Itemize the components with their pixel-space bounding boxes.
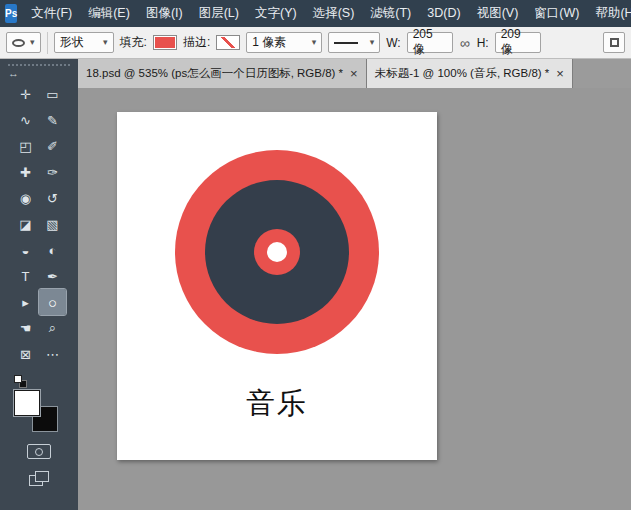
blur-tool[interactable]: ◒ xyxy=(12,237,39,263)
brush-tool[interactable]: ✑ xyxy=(39,159,66,185)
tool-options-bar: ▾ 形状 ▾ 填充: 描边: 1 像素 ▾ ▾ W: 205 像 ∞ H: 20… xyxy=(0,27,631,59)
solid-line-icon xyxy=(334,42,358,44)
eraser-tool[interactable]: ◪ xyxy=(12,211,39,237)
crop-tool[interactable]: ◰ xyxy=(12,133,39,159)
quick-selection-tool[interactable]: ✎ xyxy=(39,107,66,133)
close-icon[interactable]: × xyxy=(556,67,564,80)
rectangular-marquee-tool[interactable]: ▭ xyxy=(39,81,66,107)
width-label: W: xyxy=(386,36,400,50)
ellipse-tool[interactable]: ○ xyxy=(39,289,66,315)
quick-mask-button[interactable] xyxy=(27,444,51,459)
color-swatch-widget xyxy=(14,375,64,432)
music-icon-hub xyxy=(254,229,300,275)
music-icon-outer-circle xyxy=(175,150,379,354)
default-colors-icon[interactable] xyxy=(14,375,27,388)
tool-grid: ✛ ▭ ∿ ✎ ◰ ✐ ✚ ✑ ◉ ↺ ◪ ▧ ◒ ◐ T ✒ ▸ ○ ☚ ⌕ xyxy=(12,81,66,367)
menu-edit[interactable]: 编辑(E) xyxy=(80,0,138,27)
mini-foreground-swatch xyxy=(14,375,22,383)
shape-height-value: 209 像 xyxy=(501,27,535,58)
collapse-panel-icon[interactable]: ↔ xyxy=(8,67,19,81)
chevron-down-icon: ▾ xyxy=(370,38,375,47)
stroke-label: 描边: xyxy=(183,34,210,51)
menu-type[interactable]: 文字(Y) xyxy=(247,0,305,27)
stroke-width-value: 1 像素 xyxy=(252,34,286,51)
chevron-down-icon: ▾ xyxy=(30,38,35,47)
path-operations-button[interactable] xyxy=(603,32,625,53)
gradient-tool[interactable]: ▧ xyxy=(39,211,66,237)
menu-help[interactable]: 帮助(H) xyxy=(587,0,631,27)
document-canvas[interactable]: 音乐 xyxy=(117,112,437,460)
tool-preset-dropdown[interactable]: ▾ xyxy=(6,32,41,53)
shape-width-input[interactable]: 205 像 xyxy=(407,32,453,53)
tools-panel: ↔ ✛ ▭ ∿ ✎ ◰ ✐ ✚ ✑ ◉ ↺ ◪ ▧ ◒ ◐ T ✒ ▸ ○ ☚ xyxy=(0,59,78,510)
ps-logo-icon: Ps xyxy=(5,4,17,23)
zoom-tool[interactable]: ⌕ xyxy=(39,315,66,341)
menu-select[interactable]: 选择(S) xyxy=(305,0,363,27)
quick-mask-circle-icon xyxy=(35,448,43,456)
menu-window[interactable]: 窗口(W) xyxy=(526,0,587,27)
history-brush-tool[interactable]: ↺ xyxy=(39,185,66,211)
screen-mode-icon-overlay xyxy=(35,471,49,482)
shape-width-value: 205 像 xyxy=(413,27,447,58)
square-icon xyxy=(610,38,619,47)
artboard-tool[interactable]: ⊠ xyxy=(12,341,39,367)
move-tool[interactable]: ✛ xyxy=(12,81,39,107)
hand-tool[interactable]: ☚ xyxy=(12,315,39,341)
menu-3d[interactable]: 3D(D) xyxy=(419,0,468,27)
music-label: 音乐 xyxy=(246,384,308,424)
type-tool[interactable]: T xyxy=(12,263,39,289)
document-tab-1[interactable]: 18.psd @ 535% (ps怎么画一个日历图标, RGB/8) * × xyxy=(78,59,367,88)
document-tab-strip: 18.psd @ 535% (ps怎么画一个日历图标, RGB/8) * × 未… xyxy=(78,59,631,88)
dodge-tool[interactable]: ◐ xyxy=(39,237,66,263)
pen-tool[interactable]: ✒ xyxy=(39,263,66,289)
canvas-area: 音乐 xyxy=(78,88,631,510)
music-icon-hole xyxy=(267,242,287,262)
tab-title: 18.psd @ 535% (ps怎么画一个日历图标, RGB/8) * xyxy=(86,66,343,81)
menu-image[interactable]: 图像(I) xyxy=(138,0,191,27)
separator xyxy=(47,32,48,54)
panel-grip[interactable] xyxy=(8,64,70,66)
screen-mode-button[interactable] xyxy=(29,471,49,486)
stroke-color-swatch[interactable] xyxy=(216,35,240,50)
tool-mode-value: 形状 xyxy=(60,34,84,51)
eyedropper-tool[interactable]: ✐ xyxy=(39,133,66,159)
more-tools-icon[interactable]: ⋯ xyxy=(39,341,66,367)
menu-file[interactable]: 文件(F) xyxy=(23,0,80,27)
link-dimensions-icon[interactable]: ∞ xyxy=(459,36,471,50)
menu-filter[interactable]: 滤镜(T) xyxy=(362,0,419,27)
ellipse-preset-icon xyxy=(12,39,25,47)
work-area: 18.psd @ 535% (ps怎么画一个日历图标, RGB/8) * × 未… xyxy=(78,59,631,510)
foreground-color-swatch[interactable] xyxy=(14,390,40,416)
menu-view[interactable]: 视图(V) xyxy=(469,0,527,27)
stroke-style-combo[interactable]: ▾ xyxy=(328,32,380,53)
chevron-down-icon: ▾ xyxy=(312,38,317,47)
photoshop-window: Ps 文件(F) 编辑(E) 图像(I) 图层(L) 文字(Y) 选择(S) 滤… xyxy=(0,0,631,510)
music-icon-disc xyxy=(205,180,349,324)
chevron-down-icon: ▾ xyxy=(103,38,108,47)
menu-layer[interactable]: 图层(L) xyxy=(191,0,247,27)
tool-mode-select[interactable]: 形状 ▾ xyxy=(54,32,114,53)
clone-stamp-tool[interactable]: ◉ xyxy=(12,185,39,211)
stroke-width-combo[interactable]: 1 像素 ▾ xyxy=(246,32,322,53)
lasso-tool[interactable]: ∿ xyxy=(12,107,39,133)
tab-strip-filler xyxy=(573,59,631,88)
menu-bar: Ps 文件(F) 编辑(E) 图像(I) 图层(L) 文字(Y) 选择(S) 滤… xyxy=(0,0,631,27)
foreground-background-swatches xyxy=(14,390,58,432)
fill-color-swatch[interactable] xyxy=(153,35,177,50)
close-icon[interactable]: × xyxy=(350,67,358,80)
fill-label: 填充: xyxy=(120,34,147,51)
spot-healing-brush-tool[interactable]: ✚ xyxy=(12,159,39,185)
document-tab-2[interactable]: 未标题-1 @ 100% (音乐, RGB/8) * × xyxy=(367,59,573,88)
tab-title: 未标题-1 @ 100% (音乐, RGB/8) * xyxy=(375,66,550,81)
path-selection-tool[interactable]: ▸ xyxy=(12,289,39,315)
height-label: H: xyxy=(477,36,489,50)
shape-height-input[interactable]: 209 像 xyxy=(495,32,541,53)
